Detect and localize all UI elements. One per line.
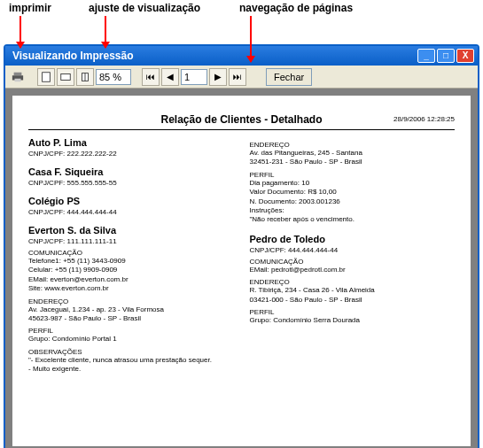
report-page: Relação de Clientes - Detalhado 28/9/200… — [12, 96, 471, 446]
print-preview-window: Visualizando Impressão _ □ X ⏮ ◀ ▶ — [4, 44, 479, 448]
actual-size-icon — [79, 71, 91, 83]
prev-page-button[interactable]: ◀ — [161, 68, 179, 86]
minimize-button[interactable]: _ — [417, 49, 435, 63]
ann-view-label: ajuste de visualização — [89, 2, 200, 14]
toolbar: ⏮ ◀ ▶ ⏭ Fechar — [5, 66, 478, 89]
section-line: 45623-987 - São Paulo - SP - Brasil — [28, 314, 234, 323]
section-title: PERFIL — [28, 327, 234, 335]
section-line: Site: www.everton.com.br — [28, 284, 234, 293]
maximize-button[interactable]: □ — [437, 49, 455, 63]
fit-width-icon — [59, 71, 72, 83]
section-title: ENDEREÇO — [28, 297, 234, 305]
fit-whole-page-button[interactable] — [37, 68, 55, 86]
report-left-column: Auto P. LimaCNPJ/CPF: 222.222.222-22Casa… — [28, 137, 234, 383]
report-right-column: ENDEREÇOAv. das Pitangueiras, 245 - Sant… — [250, 137, 456, 383]
svg-rect-3 — [43, 72, 51, 81]
section-title: ENDEREÇO — [250, 278, 456, 286]
titlebar: Visualizando Impressão _ □ X — [5, 46, 478, 66]
print-button[interactable] — [9, 68, 27, 86]
section-line: 03421-000 - São Paulo - SP - Brasil — [250, 296, 456, 305]
section-line: - Muito exigente. — [28, 365, 234, 374]
client-record: Everton S. da SilvaCNPJ/CPF: 111.111.111… — [28, 225, 234, 375]
section-line: "Não receber após o vencimento. — [250, 215, 456, 224]
section-line: Grupo: Condomínio Portal 1 — [28, 335, 234, 344]
section-line: R. Tibiriçá, 234 - Casa 26 - Vila Almeid… — [250, 286, 456, 295]
prev-page-icon: ◀ — [167, 72, 174, 81]
section-line: EMail: pedrotl@pedrotl.com.br — [250, 266, 456, 274]
client-name: Pedro de Toledo — [250, 234, 456, 244]
zoom-input[interactable] — [96, 69, 131, 85]
section-title: ENDEREÇO — [250, 141, 456, 149]
next-page-button[interactable]: ▶ — [209, 68, 227, 86]
section-title: PERFIL — [250, 308, 456, 316]
fit-width-button[interactable] — [57, 68, 74, 86]
section-line: Telefone1: +55 (11) 3443-0909 — [28, 257, 234, 266]
section-title: COMUNICAÇÃO — [250, 258, 456, 266]
svg-rect-2 — [15, 78, 21, 81]
window-close-button[interactable]: X — [456, 49, 474, 63]
first-page-button[interactable]: ⏮ — [142, 68, 160, 86]
window-title: Visualizando Impressão — [12, 50, 416, 62]
client-record: Auto P. LimaCNPJ/CPF: 222.222.222-22 — [28, 137, 234, 158]
section-title: COMUNICAÇÃO — [28, 249, 234, 257]
report-divider — [28, 129, 455, 130]
ann-print-label: imprimir — [9, 2, 51, 14]
section-line: Av. das Pitangueiras, 245 - Santana — [250, 149, 456, 158]
client-name: Everton S. da Silva — [28, 225, 234, 236]
report-datetime: 28/9/2006 12:28:25 — [393, 115, 455, 123]
ann-print-arrow — [19, 16, 21, 48]
next-page-icon: ▶ — [214, 72, 222, 81]
client-name: Colégio PS — [28, 196, 234, 206]
report-title: Relação de Clientes - Detalhado — [28, 113, 455, 126]
fit-page-icon — [40, 71, 52, 83]
section-line: Instruções: — [250, 206, 456, 215]
section-title: PERFIL — [250, 171, 456, 179]
section-title: OBSERVAÇÕES — [28, 348, 234, 356]
client-cnpj: CNPJ/CPF: 222.222.222-22 — [28, 150, 234, 158]
svg-rect-4 — [61, 73, 71, 80]
ann-nav-label: navegação de páginas — [239, 2, 353, 14]
client-record: Colégio PSCNPJ/CPF: 444.444.444-44 — [28, 196, 234, 216]
client-cnpj: CNPJ/CPF: 444.444.444-44 — [250, 246, 456, 254]
client-record: Casa F. SiqueiraCNPJ/CPF: 555.555.555-55 — [28, 166, 234, 187]
section-line: Grupo: Condomínio Serra Dourada — [250, 316, 456, 325]
client-record: Pedro de ToledoCNPJ/CPF: 444.444.444-44C… — [250, 234, 456, 326]
preview-area: Relação de Clientes - Detalhado 28/9/200… — [5, 89, 478, 448]
last-page-icon: ⏭ — [233, 72, 242, 81]
section-line: Celular: +55 (11) 9909-0909 — [28, 266, 234, 274]
section-line: Dia pagamento: 10 — [250, 179, 456, 188]
ann-nav-arrow — [250, 16, 252, 62]
client-cnpj: CNPJ/CPF: 555.555.555-55 — [28, 179, 234, 187]
last-page-button[interactable]: ⏭ — [229, 68, 246, 86]
client-record: ENDEREÇOAv. das Pitangueiras, 245 - Sant… — [250, 141, 456, 225]
section-line: EMail: everton@everton.com.br — [28, 275, 234, 284]
client-name: Auto P. Lima — [28, 137, 234, 148]
client-name: Casa F. Siqueira — [28, 166, 234, 177]
ann-view-arrow — [105, 16, 106, 48]
client-cnpj: CNPJ/CPF: 111.111.111-11 — [28, 237, 234, 245]
first-page-icon: ⏮ — [146, 72, 155, 81]
client-cnpj: CNPJ/CPF: 444.444.444-44 — [28, 208, 234, 216]
printer-icon — [12, 71, 24, 83]
section-line: "- Excelente cliente, nunca atrasou uma … — [28, 356, 234, 365]
actual-size-button[interactable] — [76, 68, 94, 86]
close-button[interactable]: Fechar — [266, 68, 312, 86]
svg-rect-0 — [14, 72, 22, 75]
section-line: N. Documento: 2003.001236 — [250, 197, 456, 206]
section-line: Valor Documento: R$ 10,00 — [250, 188, 456, 197]
section-line: 32451-231 - São Paulo - SP - Brasil — [250, 158, 456, 166]
annotation-overlay: imprimir ajuste de visualização navegaçã… — [0, 0, 483, 44]
section-line: Av. Jaceguai, 1.234 - ap. 23 - Vila Form… — [28, 305, 234, 314]
page-number-input[interactable] — [181, 69, 207, 85]
